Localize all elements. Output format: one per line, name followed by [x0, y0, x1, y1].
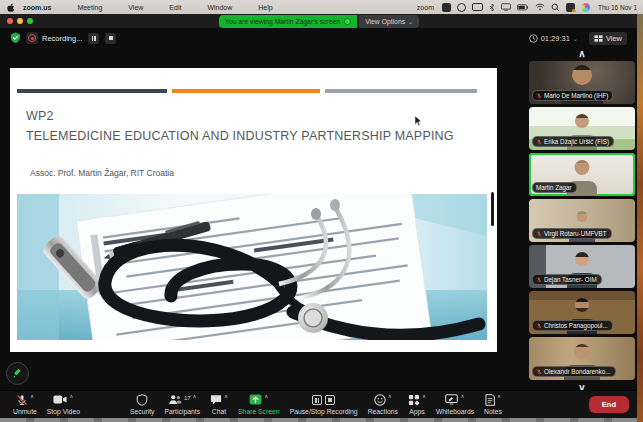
bluetooth-icon[interactable] — [489, 3, 495, 12]
share-screen-button[interactable]: ∧ Share Screen — [233, 391, 285, 418]
pause-recording-icon[interactable] — [312, 395, 322, 405]
reactions-button[interactable]: ∧ Reactions — [363, 391, 403, 418]
close-window-button[interactable] — [7, 18, 13, 24]
participant-name: Mario De Martino (IHF) — [544, 92, 608, 99]
battery-icon[interactable] — [517, 4, 529, 11]
chevron-down-icon: ⌄ — [573, 35, 578, 42]
chevron-up-icon[interactable]: ∧ — [264, 393, 268, 399]
timer-value: 01:29:31 — [541, 34, 570, 43]
notes-button[interactable]: ∧ Notes — [479, 391, 507, 418]
clock-icon — [529, 34, 538, 43]
pause-recording-button[interactable] — [88, 33, 99, 44]
whiteboards-button[interactable]: ∧ Whiteboards — [431, 391, 479, 418]
slide-accent-bar-dark — [17, 89, 167, 93]
meeting-header: Recording... 01:29:31 ⌄ View — [0, 28, 637, 48]
toolbar-item-label: Unmute — [13, 408, 37, 415]
notification-toggle-icon[interactable] — [566, 3, 575, 12]
minimize-window-button[interactable] — [17, 18, 23, 24]
participants-icon — [168, 394, 182, 405]
recording-label: Recording... — [42, 34, 82, 43]
zoom-meeting-screen: zoom.us Meeting View Edit Window Help zo… — [0, 0, 643, 422]
chat-bubble-icon — [210, 394, 222, 405]
participant-avatar — [575, 252, 589, 266]
toolbar-item-label: Share Screen — [238, 408, 280, 415]
keyboard-icon[interactable] — [472, 3, 483, 11]
chevron-up-icon[interactable]: ∧ — [422, 393, 426, 399]
stop-recording-icon[interactable] — [325, 395, 335, 405]
participant-tile-erika[interactable]: Erika Džajić Uršič (FIS) — [529, 107, 635, 150]
recording-indicator: Recording... — [26, 32, 116, 44]
participant-tile-olexandr[interactable]: Olexandr Bondarenko... — [529, 337, 635, 380]
screen-share-status-icon — [344, 18, 351, 25]
toolbar-item-label: Whiteboards — [436, 408, 474, 415]
participant-avatar — [572, 65, 592, 85]
chevron-up-icon[interactable]: ∧ — [30, 393, 34, 399]
siri-icon[interactable] — [581, 3, 590, 12]
menubar-status-area: zoom Thu 16 Nov 1 — [417, 3, 637, 12]
participant-name-tag: Christos Panagopoul... — [532, 320, 613, 331]
participant-name: Olexandr Bondarenko... — [544, 368, 611, 375]
menubar-clock[interactable]: Thu 16 Nov 1 — [598, 4, 637, 11]
participant-tile-dejan[interactable]: Dejan Tasner- OIM — [529, 245, 635, 288]
screen-share-banner: You are viewing Martin Zagar's screen — [219, 15, 357, 28]
chevron-up-icon[interactable]: ∧ — [460, 393, 464, 399]
meeting-timer[interactable]: 01:29:31 ⌄ — [529, 34, 578, 43]
muted-mic-icon — [536, 323, 542, 329]
view-button-label: View — [606, 34, 622, 43]
participant-tile-virgil[interactable]: Virgil Rotaru-UMFVBT — [529, 199, 635, 242]
wifi-icon[interactable] — [535, 3, 545, 11]
spotlight-search-icon[interactable] — [551, 3, 560, 12]
menubar-app-name[interactable]: zoom.us — [23, 4, 51, 11]
end-meeting-button[interactable]: End — [589, 396, 629, 413]
participant-name: Erika Džajić Uršič (FIS) — [544, 138, 609, 145]
slide-title-main: TELEMEDICINE EDUCATION AND INDUSTRY PART… — [26, 126, 454, 146]
chat-button[interactable]: ∧ Chat — [205, 391, 233, 418]
participant-name-tag: Erika Džajić Uršič (FIS) — [532, 136, 614, 147]
menubar-zoom-status-label[interactable]: zoom — [417, 4, 434, 11]
unmute-button[interactable]: ∧ Unmute — [8, 391, 42, 418]
stop-video-button[interactable]: ∧ Stop Video — [42, 391, 85, 418]
whiteboard-icon — [445, 394, 458, 405]
slide-scrollbar[interactable] — [491, 192, 494, 226]
participant-name-tag: Virgil Rotaru-UMFVBT — [532, 228, 612, 239]
pause-stop-recording-button[interactable]: Pause/Stop Recording — [285, 391, 363, 418]
muted-mic-icon — [536, 231, 542, 237]
menubar-menu-window[interactable]: Window — [207, 4, 232, 11]
toolbar-item-label: Apps — [409, 408, 425, 415]
muted-mic-icon — [536, 93, 542, 99]
chevron-up-icon[interactable]: ∧ — [224, 393, 228, 399]
apple-logo-shape — [7, 3, 14, 11]
menubar-menu-meeting[interactable]: Meeting — [77, 4, 102, 11]
toolbar-item-label: Security — [130, 408, 155, 415]
participant-tile-christos[interactable]: Christos Panagopoul... — [529, 291, 635, 334]
menubar-menu-edit[interactable]: Edit — [169, 4, 181, 11]
participant-tile-mario[interactable]: Mario De Martino (IHF) — [529, 61, 635, 104]
app-status-icon[interactable] — [457, 3, 466, 12]
security-shield-icon — [136, 394, 148, 406]
fullscreen-window-button[interactable] — [27, 18, 33, 24]
menubar-menu-help[interactable]: Help — [258, 4, 272, 11]
security-button[interactable]: Security — [125, 391, 160, 418]
scroll-up-chevron-icon[interactable]: ∧ — [529, 48, 635, 59]
view-options-button[interactable]: View Options ⌄ — [359, 15, 419, 28]
chevron-up-icon[interactable]: ∧ — [69, 393, 73, 399]
display-icon[interactable] — [501, 3, 511, 11]
screen-recording-icon[interactable] — [442, 3, 451, 12]
apps-button[interactable]: ∧ Apps — [403, 391, 431, 418]
apple-menu-icon[interactable] — [6, 2, 15, 13]
stop-recording-button[interactable] — [105, 33, 116, 44]
chevron-down-icon: ⌄ — [408, 18, 413, 25]
participants-button[interactable]: 17 ∧ Participants — [160, 391, 206, 418]
annotate-button[interactable] — [6, 362, 29, 385]
view-layout-button[interactable]: View — [589, 32, 627, 45]
desktop-wallpaper-strip — [637, 13, 643, 422]
chevron-up-icon[interactable]: ∧ — [388, 393, 392, 399]
window-chrome: You are viewing Martin Zagar's screen Vi… — [0, 14, 637, 28]
participant-name-tag: Olexandr Bondarenko... — [532, 366, 616, 377]
slide-accent-bar-gray — [325, 89, 477, 93]
participant-tile-martin-active-speaker[interactable]: Martin Zagar — [529, 153, 635, 196]
chevron-up-icon[interactable]: ∧ — [193, 393, 197, 399]
chevron-up-icon[interactable]: ∧ — [497, 393, 501, 399]
encryption-shield-icon[interactable] — [10, 32, 21, 44]
menubar-menu-view[interactable]: View — [128, 4, 143, 11]
